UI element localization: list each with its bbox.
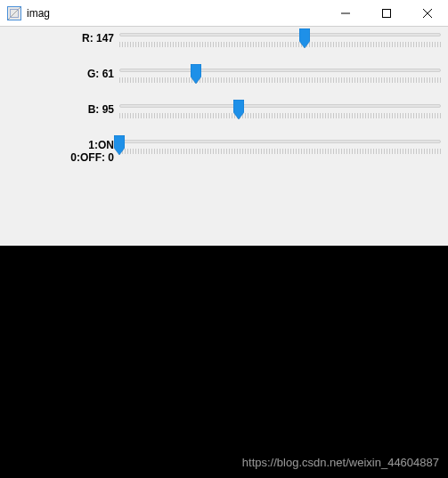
trackbar-r-label: R: 147 <box>5 30 119 45</box>
svg-marker-4 <box>299 28 310 48</box>
window-controls <box>325 0 448 26</box>
svg-marker-7 <box>114 135 125 155</box>
close-button[interactable] <box>407 0 448 26</box>
minimize-button[interactable] <box>325 0 366 26</box>
trackbar-b: B: 95 <box>5 101 443 125</box>
app-icon <box>7 6 21 20</box>
trackbar-b-slider[interactable] <box>119 101 443 125</box>
trackbar-switch-slider[interactable] <box>119 137 443 160</box>
svg-rect-1 <box>383 9 391 17</box>
trackbar-g-label: G: 61 <box>5 66 119 80</box>
trackbar-b-thumb[interactable] <box>233 100 244 119</box>
watermark-text: https://blog.csdn.net/weixin_44604887 <box>242 456 439 469</box>
trackbar-r: R: 147 <box>5 30 443 53</box>
trackbar-b-label: B: 95 <box>5 101 119 116</box>
trackbar-g-slider[interactable] <box>119 66 443 89</box>
trackbar-switch-label: 1:ON 0:OFF: 0 <box>5 137 119 164</box>
trackbar-switch-thumb[interactable] <box>114 135 125 155</box>
svg-marker-6 <box>233 100 244 119</box>
trackbar-g-thumb[interactable] <box>191 64 201 84</box>
trackbar-r-slider[interactable] <box>119 30 443 53</box>
window-title: imag <box>27 7 325 20</box>
trackbar-g: G: 61 <box>5 66 443 89</box>
window-titlebar: imag <box>0 0 448 27</box>
svg-marker-5 <box>191 64 201 84</box>
trackbar-panel: R: 147 G: 61 B: 95 1:ON 0: <box>0 27 448 189</box>
image-display <box>0 246 448 478</box>
trackbar-switch: 1:ON 0:OFF: 0 <box>5 137 443 164</box>
trackbar-r-thumb[interactable] <box>299 28 310 48</box>
maximize-button[interactable] <box>366 0 407 26</box>
